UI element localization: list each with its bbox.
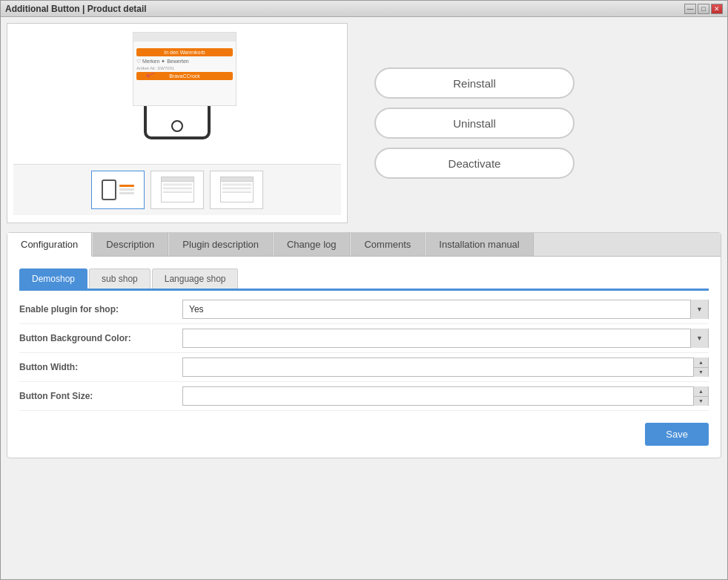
spinner-button-width-up[interactable]: ▲ [694,357,708,368]
thumbnail-1[interactable] [91,171,145,209]
field-button-width: ▲ ▼ [182,357,709,377]
thumbnail-3[interactable] [210,171,263,209]
shop-action-icons: ♡ Merken ✦ Bewerten [136,59,233,65]
thumbnail-strip [13,164,341,215]
spinner-button-width-down[interactable]: ▼ [694,368,708,378]
tab-change-log[interactable]: Change log [274,233,351,256]
spinner-font-size-input[interactable] [183,391,693,401]
window-title: Additional Button | Product detail [5,4,147,14]
action-buttons-panel: Reinstall Uninstall Deactivate [360,23,721,223]
title-bar: Additional Button | Product detail — □ ✕ [1,1,727,17]
close-button[interactable]: ✕ [711,4,723,14]
select-enable-plugin-value: Yes [183,304,690,314]
minimize-button[interactable]: — [684,4,696,14]
main-content: In den Warenkorb ♡ Merken ✦ Bewerten Art… [1,17,727,579]
spinner-font-size-controls: ▲ ▼ [693,386,708,406]
form-row-button-width: Button Width: ▲ ▼ [19,357,709,382]
product-mockup: In den Warenkorb ♡ Merken ✦ Bewerten Art… [103,32,251,151]
thumb-phone-icon [102,179,116,200]
save-row: Save [19,423,709,446]
spinner-font-size-up[interactable]: ▲ [694,386,708,397]
label-button-width: Button Width: [19,362,182,372]
tab-installation-manual[interactable]: Installation manual [426,233,533,256]
product-image-panel: In den Warenkorb ♡ Merken ✦ Bewerten Art… [7,23,348,223]
label-enable-plugin: Enable plugin for shop: [19,304,182,314]
main-window: Additional Button | Product detail — □ ✕… [0,0,728,580]
select-enable-plugin-arrow[interactable]: ▼ [690,300,708,319]
select-bg-color-arrow[interactable]: ▼ [690,329,708,348]
thumb-table-3 [220,177,254,202]
form-row-font-size: Button Font Size: ▲ ▼ [19,386,709,411]
tab-plugin-description[interactable]: Plugin description [169,233,273,256]
select-bg-color[interactable]: ▼ [182,329,709,348]
form-row-bg-color: Button Background Color: ▼ [19,329,709,353]
label-bg-color: Button Background Color: [19,333,182,343]
save-button[interactable]: Save [645,423,709,446]
spinner-font-size: ▲ ▼ [182,386,709,406]
tabs-nav: Configuration Description Plugin descrip… [7,233,721,257]
sub-tab-sub-shop[interactable]: sub shop [89,268,150,289]
spinner-button-width-controls: ▲ ▼ [693,357,708,377]
tab-content: Demoshop sub shop Language shop Enable p… [7,257,721,458]
thumbnail-2[interactable] [150,171,204,209]
field-bg-color: ▼ [182,329,709,348]
tabs-section: Configuration Description Plugin descrip… [7,232,721,458]
sub-tab-language-shop[interactable]: Language shop [152,268,239,289]
sub-tab-demoshop[interactable]: Demoshop [19,268,87,289]
shop-header-bar [133,33,236,42]
reinstall-button[interactable]: Reinstall [374,67,575,99]
field-enable-plugin: Yes ▼ [182,300,709,319]
cart-button-mockup: In den Warenkorb [136,48,233,56]
tab-description[interactable]: Description [93,233,168,256]
field-font-size: ▲ ▼ [182,386,709,406]
label-font-size: Button Font Size: [19,391,182,401]
maximize-button[interactable]: □ [698,4,709,14]
spinner-button-width-input[interactable] [183,362,693,372]
tab-configuration[interactable]: Configuration [7,233,92,257]
form-row-enable-plugin: Enable plugin for shop: Yes ▼ [19,300,709,324]
tab-comments[interactable]: Comments [351,233,425,256]
uninstall-button[interactable]: Uninstall [374,108,575,139]
spinner-font-size-down[interactable]: ▼ [694,397,708,406]
sub-tabs: Demoshop sub shop Language shop [19,268,709,291]
top-section: In den Warenkorb ♡ Merken ✦ Bewerten Art… [7,23,721,223]
window-controls: — □ ✕ [684,4,723,14]
thumb-table-2 [161,177,194,202]
select-enable-plugin[interactable]: Yes ▼ [182,300,709,319]
spinner-button-width: ▲ ▼ [182,357,709,377]
deactivate-button[interactable]: Deactivate [374,148,575,179]
